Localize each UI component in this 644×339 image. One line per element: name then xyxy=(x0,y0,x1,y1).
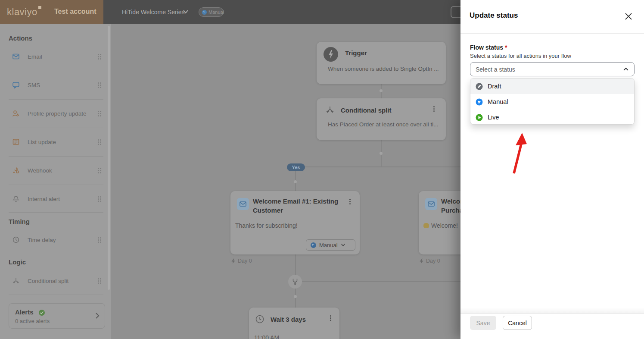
manual-status-icon xyxy=(202,10,207,15)
drag-handle-icon[interactable] xyxy=(98,82,99,84)
status-option-label: Draft xyxy=(488,83,501,90)
conditional-split-title: Conditional split xyxy=(341,106,392,115)
email2-description-row: Welcome! xyxy=(423,222,460,229)
flow-status-label: Flow status * xyxy=(470,44,507,51)
flash-icon xyxy=(231,258,236,264)
sidebar-item-label: Profile property update xyxy=(28,110,90,117)
card-menu-icon[interactable] xyxy=(349,199,351,200)
account-name[interactable]: Test account xyxy=(54,8,96,16)
branch-line xyxy=(295,166,460,167)
alerts-card[interactable]: Alerts 0 active alerts xyxy=(9,303,105,329)
sidebar-item-email[interactable]: Email xyxy=(12,48,103,65)
chevron-up-icon xyxy=(623,67,629,71)
connector-node[interactable] xyxy=(294,295,297,298)
clock-icon xyxy=(12,236,20,244)
drag-handle-icon[interactable] xyxy=(98,237,99,239)
connector-node[interactable] xyxy=(294,180,297,183)
status-select[interactable]: Select a status xyxy=(470,62,635,76)
chevron-right-icon xyxy=(95,312,100,319)
card-menu-icon[interactable] xyxy=(433,106,435,107)
email2-title-line1: Welcome xyxy=(441,197,460,206)
chevron-down-icon[interactable] xyxy=(183,9,189,14)
update-status-panel: Update status Flow status * Select a sta… xyxy=(460,0,644,339)
flow-status-badge[interactable]: Manual xyxy=(199,7,224,17)
split-icon xyxy=(12,277,20,285)
drag-handle-icon[interactable] xyxy=(98,111,99,112)
trigger-description: When someone is added to Single OptIn ..… xyxy=(328,66,440,72)
sidebar-item-profile-property-update[interactable]: Profile property update xyxy=(12,105,103,122)
drag-handle-icon[interactable] xyxy=(98,139,99,141)
sidebar-item-conditional-split[interactable]: Conditional split xyxy=(12,272,103,289)
klaviyo-flow-builder: klaviyo Test account HiTide Welcome Seri… xyxy=(0,0,644,339)
clock-icon xyxy=(255,314,264,324)
sidebar-item-label: Conditional split xyxy=(28,278,90,284)
divider xyxy=(9,253,103,253)
draft-status-icon xyxy=(476,83,483,90)
sidebar-scrollbar[interactable] xyxy=(108,26,110,290)
divider xyxy=(9,128,103,128)
divider xyxy=(9,99,103,100)
required-asterisk: * xyxy=(505,44,507,51)
email2-description: Welcome! xyxy=(431,222,458,229)
bell-icon xyxy=(12,195,20,203)
sidebar-heading-actions: Actions xyxy=(9,35,32,42)
close-icon[interactable] xyxy=(624,12,633,21)
divider xyxy=(9,295,103,295)
email2-card[interactable]: Welcome Purchase Welcome! xyxy=(419,191,460,254)
chevron-down-icon xyxy=(341,243,345,247)
sidebar-item-sms[interactable]: SMS xyxy=(12,76,103,94)
connector-node[interactable] xyxy=(380,152,383,155)
card-menu-icon[interactable] xyxy=(330,315,331,317)
flow-name[interactable]: HiTide Welcome Series xyxy=(122,9,185,16)
drag-handle-icon[interactable] xyxy=(98,54,99,55)
divider xyxy=(460,33,644,34)
list-icon xyxy=(12,138,20,146)
sidebar-item-label: Email xyxy=(28,53,90,60)
drag-handle-icon[interactable] xyxy=(98,196,99,198)
email-icon xyxy=(425,198,437,210)
yes-branch-badge: Yes xyxy=(287,163,305,171)
save-button[interactable]: Save xyxy=(470,316,496,330)
sidebar-item-time-delay[interactable]: Time delay xyxy=(12,231,103,248)
status-option-manual[interactable]: Manual xyxy=(470,94,634,110)
alerts-subtitle: 0 active alerts xyxy=(15,318,50,324)
sidebar: Actions Email SMS Profile property updat… xyxy=(0,24,111,339)
merge-paths-node[interactable] xyxy=(288,275,302,289)
connector-node[interactable] xyxy=(380,89,383,92)
divider xyxy=(9,71,103,71)
sidebar-item-label: Time delay xyxy=(28,237,90,243)
profile-icon xyxy=(12,110,20,117)
trigger-card[interactable]: Trigger When someone is added to Single … xyxy=(317,42,446,84)
sidebar-item-label: Internal alert xyxy=(28,196,90,202)
wave-emoji xyxy=(423,223,429,228)
wait-card[interactable]: Wait 3 days 11:00 AM xyxy=(249,308,339,339)
cancel-button[interactable]: Cancel xyxy=(503,316,532,330)
wait-description: 11:00 AM xyxy=(254,334,279,339)
sidebar-item-internal-alert[interactable]: Internal alert xyxy=(12,190,103,207)
webhook-icon xyxy=(12,166,20,174)
sidebar-heading-logic: Logic xyxy=(9,258,26,266)
divider xyxy=(9,185,103,185)
status-dropdown: Draft Manual Live xyxy=(470,78,635,125)
conditional-split-card[interactable]: Conditional split Has Placed Order at le… xyxy=(317,98,446,140)
split-icon xyxy=(325,105,335,115)
status-option-draft[interactable]: Draft xyxy=(470,78,634,94)
divider xyxy=(460,314,644,314)
sidebar-item-label: Webhook xyxy=(28,167,90,174)
email1-status-select[interactable]: Manual xyxy=(306,239,355,251)
flow-status-badge-label: Manual xyxy=(208,9,224,15)
email1-card[interactable]: Welcome Email #1: Existing Customer Than… xyxy=(230,191,360,254)
status-option-label: Live xyxy=(488,114,499,121)
conditional-split-description: Has Placed Order at least once over all … xyxy=(328,121,442,128)
status-option-live[interactable]: Live xyxy=(470,110,634,125)
flash-icon xyxy=(419,258,424,264)
flow-canvas[interactable]: Yes Trigger When someone is added to Sin… xyxy=(111,24,460,339)
drag-handle-icon[interactable] xyxy=(98,278,99,279)
drag-handle-icon[interactable] xyxy=(98,168,99,169)
email2-title-line2: Purchase xyxy=(441,206,460,215)
flow-status-help: Select a status for all actions in your … xyxy=(470,53,571,59)
sidebar-item-webhook[interactable]: Webhook xyxy=(12,162,103,179)
email1-day-label: Day 0 xyxy=(231,258,252,264)
sidebar-item-list-update[interactable]: List update xyxy=(12,133,103,151)
klaviyo-logo: klaviyo xyxy=(7,6,37,18)
